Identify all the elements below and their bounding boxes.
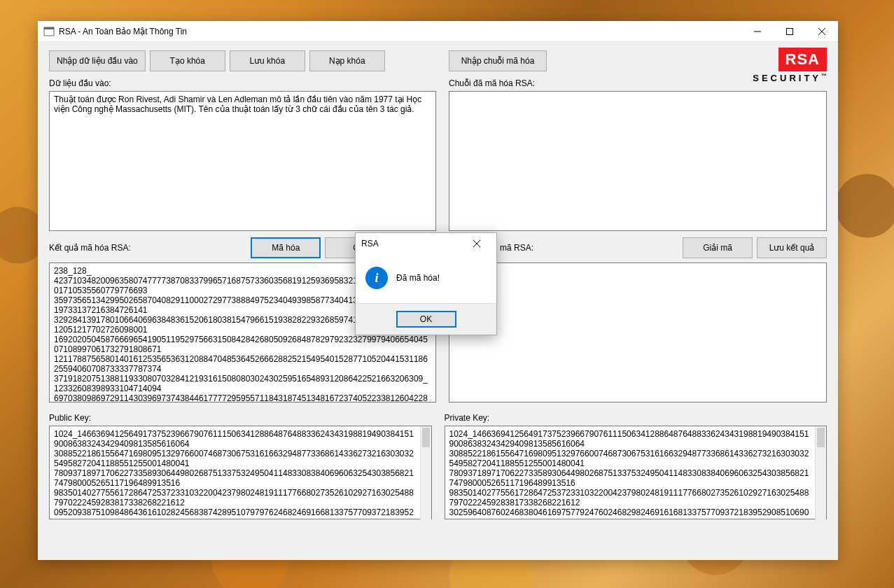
info-icon: i — [365, 267, 388, 289]
load-key-button[interactable]: Nạp khóa — [309, 50, 385, 71]
save-key-button[interactable]: Lưu khóa — [230, 50, 305, 71]
gen-key-button[interactable]: Tạo khóa — [150, 50, 225, 71]
input-label: Dữ liệu đầu vào: — [49, 78, 436, 88]
save-dec-result-button[interactable]: Lưu kết quả — [757, 237, 827, 258]
dialog-title: RSA — [361, 239, 379, 248]
public-key-textbox[interactable] — [49, 426, 432, 519]
scrollbar[interactable] — [815, 426, 826, 521]
dialog-titlebar: RSA — [356, 233, 496, 254]
close-button[interactable] — [806, 21, 838, 42]
logo-brand: RSA — [778, 48, 827, 71]
cipher-textbox[interactable] — [449, 91, 827, 231]
dec-result-textbox[interactable] — [449, 262, 827, 402]
load-input-button[interactable]: Nhập dữ liệu đầu vào — [49, 50, 146, 71]
public-key-label: Public Key: — [49, 413, 432, 423]
message-dialog: RSA i Đã mã hóa! OK — [355, 232, 497, 335]
minimize-button[interactable] — [741, 21, 774, 42]
svg-rect-3 — [787, 28, 793, 34]
titlebar: RSA - An Toàn Bảo Mật Thông Tin — [38, 21, 838, 42]
input-textbox[interactable] — [49, 91, 436, 231]
scrollbar[interactable] — [420, 426, 431, 521]
maximize-button[interactable] — [774, 21, 806, 42]
rsa-logo: RSA SECURITY™ — [753, 48, 827, 83]
enc-result-label: Kết quả mã hóa RSA: — [49, 243, 251, 253]
logo-sub: SECURITY — [753, 73, 821, 83]
private-key-textbox[interactable] — [445, 426, 827, 519]
dialog-ok-button[interactable]: OK — [396, 311, 456, 328]
private-key-label: Private Key: — [445, 413, 827, 423]
encrypt-button[interactable]: Mã hóa — [251, 237, 321, 258]
window-title: RSA - An Toàn Bảo Mật Thông Tin — [59, 27, 187, 36]
app-icon — [43, 26, 55, 37]
window-controls — [741, 21, 838, 42]
svg-rect-1 — [44, 27, 54, 29]
dialog-message: Đã mã hóa! — [396, 273, 440, 283]
dialog-close-button[interactable] — [463, 233, 491, 254]
logo-tm: ™ — [821, 73, 827, 79]
decrypt-button[interactable]: Giải mã — [683, 237, 753, 258]
load-cipher-button[interactable]: Nhập chuỗi mã hóa — [449, 50, 547, 71]
